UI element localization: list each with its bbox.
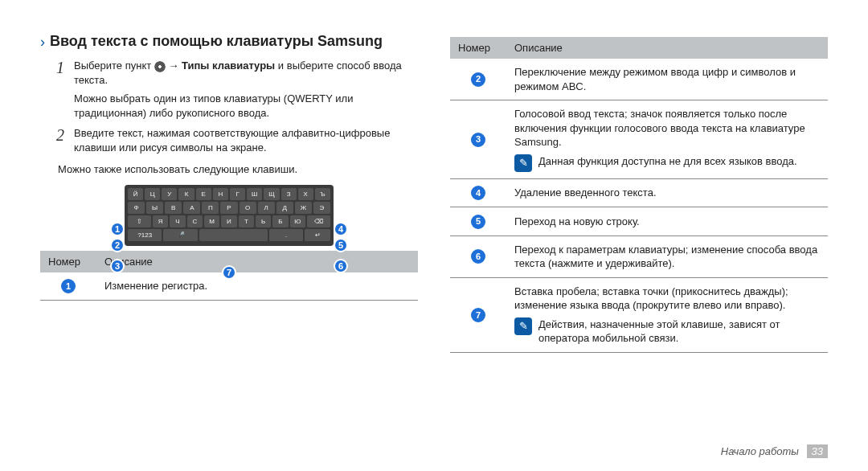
keyboard-key: Е: [196, 188, 211, 200]
row-desc: Изменение регистра.: [96, 272, 418, 301]
table-row: 3Голосовой ввод текста; значок появляетс…: [450, 100, 828, 179]
keyboard-key: Х: [298, 188, 313, 200]
steps-list: 1 Выберите пункт → Типы клавиатуры и выб…: [40, 59, 418, 154]
step-body: Выберите пункт → Типы клавиатуры и выбер…: [74, 59, 418, 120]
footer-section: Начало работы: [721, 445, 799, 457]
step-body: Введите текст, нажимая соответствующие а…: [74, 126, 418, 154]
keyboard-key: .: [269, 229, 303, 241]
table-row: 7Вставка пробела; вставка точки (прикосн…: [450, 277, 828, 352]
row-bubble: 5: [471, 215, 485, 229]
step1-a: Выберите пункт: [74, 59, 154, 72]
footer-page: 33: [807, 444, 828, 458]
keyboard-key: О: [240, 202, 256, 214]
keyboard-key: Ю: [290, 215, 305, 227]
section-heading: › Ввод текста с помощью клавиатуры Samsu…: [40, 32, 418, 51]
row-desc: Голосовой ввод текста; значок появляется…: [506, 100, 828, 179]
keyboard-key: В: [165, 202, 182, 214]
keyboard-key: Я: [153, 215, 168, 227]
note-text: Данная функция доступна не для всех язык…: [538, 154, 820, 169]
keyboard-key: Ф: [128, 202, 145, 214]
keyboard-key: ⇧: [128, 215, 151, 227]
callout-1: 1: [110, 222, 125, 236]
th-desc: Описание: [96, 251, 418, 272]
table-row: 6Переход к параметрам клавиатуры; измене…: [450, 236, 828, 277]
step1-sub: Можно выбрать один из типов клавиатуры (…: [74, 92, 418, 120]
keyboard-key: С: [187, 215, 203, 227]
callout-6: 6: [334, 259, 348, 273]
th-num: Номер: [450, 37, 506, 59]
keyboard-key: 🎤: [163, 229, 197, 241]
keyboard-key: Ь: [256, 215, 271, 227]
step1-bold: Типы клавиатуры: [182, 59, 275, 72]
keyboard-key: П: [202, 202, 219, 214]
page-footer: Начало работы 33: [721, 444, 828, 458]
row-desc: Переход на новую строку.: [506, 207, 828, 236]
row-num-cell: 6: [450, 236, 506, 277]
keyboard-key: Н: [213, 188, 228, 200]
row-desc: Переключение между режимом ввода цифр и …: [506, 59, 828, 100]
keyboard-key: Ц: [145, 188, 160, 200]
post-steps-para: Можно также использовать следующие клави…: [58, 162, 418, 177]
row-num-cell: 2: [450, 59, 506, 100]
note-icon: ✎: [514, 154, 532, 172]
table-row: 4Удаление введенного текста.: [450, 178, 828, 207]
keyboard-key: Ч: [170, 215, 185, 227]
row-desc: Удаление введенного текста.: [506, 178, 828, 207]
step-number: 2: [56, 126, 68, 154]
gear-icon: [154, 61, 166, 72]
row-num-cell: 5: [450, 207, 506, 236]
keyboard-key: ⌫: [307, 215, 330, 227]
desc-table-right: Номер Описание 2Переключение между режим…: [450, 37, 828, 353]
row-bubble: 2: [471, 72, 485, 87]
table-row: 5Переход на новую строку.: [450, 207, 828, 236]
step-number: 1: [56, 59, 68, 120]
keyboard-key: Б: [272, 215, 288, 227]
th-num: Номер: [40, 251, 96, 272]
keyboard-key: Й: [128, 188, 143, 200]
callout-7: 7: [222, 265, 236, 280]
keyboard-key: ↵: [305, 229, 330, 241]
step1-b: →: [168, 59, 182, 72]
row-desc: Вставка пробела; вставка точки (прикосни…: [506, 277, 828, 352]
keyboard-key: К: [178, 188, 194, 200]
keyboard-key: Ш: [247, 188, 262, 200]
keyboard-key: Т: [239, 215, 254, 227]
chevron-icon: ›: [40, 34, 45, 51]
row-bubble: 4: [471, 186, 485, 200]
heading-text: Ввод текста с помощью клавиатуры Samsung: [50, 32, 383, 51]
note-icon: ✎: [514, 317, 532, 335]
keyboard-key: Р: [220, 202, 237, 214]
keyboard-key: ?123: [128, 229, 162, 241]
keyboard-key: У: [162, 188, 177, 200]
keyboard-key: А: [183, 202, 200, 214]
keyboard-key: З: [281, 188, 297, 200]
row-bubble: 3: [471, 133, 485, 147]
row-num-cell: 4: [450, 178, 506, 207]
keyboard-key: Ъ: [315, 188, 330, 200]
callout-4: 4: [334, 222, 348, 236]
row-desc: Переход к параметрам клавиатуры; изменен…: [506, 236, 828, 277]
callout-3: 3: [110, 259, 125, 273]
keyboard-illustration: ЙЦУКЕНГШЩЗХЪФЫВАПРОЛДЖЭ⇧ЯЧСМИТЬБЮ⌫?123🎤.…: [125, 185, 334, 246]
keyboard-key: Л: [258, 202, 275, 214]
keyboard-key: Ы: [146, 202, 163, 214]
keyboard-key: Щ: [264, 188, 279, 200]
keyboard-key: Э: [313, 202, 330, 214]
callout-5: 5: [334, 238, 348, 252]
keyboard-key: Д: [276, 202, 293, 214]
note-text: Действия, назначенные этой клавише, зави…: [538, 317, 820, 346]
keyboard-key: [199, 229, 268, 241]
keyboard-key: И: [221, 215, 236, 227]
row-bubble: 1: [61, 279, 76, 293]
row-num-cell: 3: [450, 100, 506, 179]
keyboard-key: М: [204, 215, 219, 227]
row-bubble: 6: [471, 249, 485, 264]
th-desc: Описание: [506, 37, 828, 59]
row-num-cell: 7: [450, 277, 506, 352]
row-bubble: 7: [471, 308, 485, 322]
keyboard-key: Г: [230, 188, 245, 200]
callout-2: 2: [110, 238, 125, 252]
keyboard-key: Ж: [295, 202, 312, 214]
table-row: 2Переключение между режимом ввода цифр и…: [450, 59, 828, 100]
